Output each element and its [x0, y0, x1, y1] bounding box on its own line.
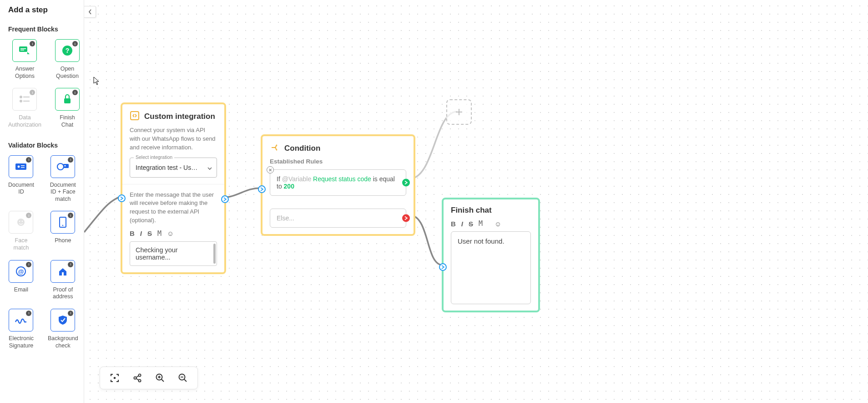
integration-select[interactable]: Select integration Integration test - Us…: [130, 158, 217, 178]
info-icon: i: [68, 262, 73, 267]
else-row[interactable]: Else...: [270, 209, 406, 228]
section-validator-title: Validator Blocks: [8, 142, 76, 149]
block-label: Proof of address: [53, 286, 73, 301]
strike-button[interactable]: S: [469, 220, 473, 228]
svg-rect-25: [131, 112, 139, 120]
svg-point-5: [20, 96, 22, 98]
input-port[interactable]: [118, 194, 126, 202]
rule-var-name: Request status code: [313, 175, 371, 183]
share-button[interactable]: [131, 372, 144, 384]
sidebar: Add a step Frequent Blocks i Answer Opti…: [0, 0, 84, 403]
finish-message-textarea[interactable]: User not found.: [451, 231, 531, 304]
block-answer-options[interactable]: i Answer Options: [8, 39, 41, 80]
emoji-button[interactable]: ☺: [167, 230, 174, 237]
block-face-match[interactable]: i Face match: [8, 211, 34, 251]
node-condition[interactable]: Condition Established Rules ✕ If @Variab…: [261, 134, 415, 236]
info-icon: i: [26, 157, 31, 163]
rule-row[interactable]: ✕ If @Variable Request status code is eq…: [270, 169, 406, 196]
block-label: Phone: [55, 237, 71, 245]
svg-rect-1: [20, 48, 26, 49]
rules-title: Established Rules: [270, 158, 406, 165]
block-label: Document ID: [8, 182, 34, 196]
select-label: Select integration: [134, 154, 174, 160]
block-label: Email: [14, 286, 28, 294]
info-icon: i: [72, 90, 78, 95]
block-email[interactable]: i @ Email: [8, 260, 34, 301]
svg-rect-9: [64, 98, 71, 103]
format-toolbar: B I S M ☺: [451, 219, 531, 228]
svg-rect-10: [15, 163, 26, 170]
document-id-icon: i: [9, 155, 33, 178]
cursor-icon: [93, 77, 100, 86]
finish-message-value: User not found.: [458, 237, 505, 245]
italic-button[interactable]: I: [140, 230, 142, 237]
mono-button[interactable]: M: [157, 230, 161, 238]
block-bg-check[interactable]: i Background check: [48, 309, 78, 349]
input-port[interactable]: [439, 263, 447, 271]
block-open-question[interactable]: i ? Open Question: [55, 39, 80, 80]
svg-text:@: @: [18, 268, 24, 275]
block-document-id[interactable]: i Document ID: [8, 155, 34, 203]
info-icon: i: [26, 213, 31, 218]
flow-canvas[interactable]: Custom integration Connect your system v…: [84, 0, 868, 403]
add-node-placeholder[interactable]: [446, 99, 472, 125]
zoom-out-button[interactable]: [177, 372, 189, 384]
zoom-in-button[interactable]: [154, 372, 167, 384]
info-icon: i: [30, 90, 35, 95]
select-value: Integration test - Us…: [136, 164, 197, 171]
block-label: Data Authorization: [8, 114, 41, 128]
message-textarea[interactable]: Checking your username...: [130, 241, 217, 266]
italic-button[interactable]: I: [461, 220, 463, 228]
doc-face-icon: i: [50, 155, 75, 178]
condition-icon: [270, 143, 280, 154]
bold-button[interactable]: B: [451, 220, 456, 228]
svg-rect-15: [63, 164, 69, 168]
block-signature[interactable]: i Electronic Signature: [8, 309, 34, 349]
bg-check-icon: i: [50, 309, 75, 332]
svg-point-21: [62, 225, 63, 226]
svg-rect-2: [20, 50, 24, 51]
block-data-authorization[interactable]: i Data Authorization: [8, 88, 41, 128]
node-title: Finish chat: [451, 206, 531, 215]
svg-rect-0: [19, 46, 27, 52]
rule-true-port[interactable]: [402, 179, 410, 187]
output-port[interactable]: [221, 195, 229, 203]
block-finish-chat[interactable]: i Finish Chat: [55, 88, 80, 128]
answer-options-icon: i: [12, 39, 37, 62]
info-icon: i: [72, 41, 78, 46]
svg-point-7: [20, 100, 22, 102]
block-label: Electronic Signature: [9, 335, 34, 349]
strike-button[interactable]: S: [147, 230, 152, 237]
proof-address-icon: i: [50, 260, 75, 283]
bold-button[interactable]: B: [130, 230, 135, 237]
rule-else-port[interactable]: [402, 214, 410, 222]
block-phone[interactable]: i Phone: [48, 211, 78, 251]
custom-integration-icon: [130, 111, 140, 122]
svg-rect-13: [21, 167, 25, 168]
collapse-sidebar-button[interactable]: [84, 6, 96, 18]
node-custom-integration[interactable]: Custom integration Connect your system v…: [121, 102, 226, 274]
svg-text:?: ?: [66, 47, 70, 54]
block-label: Document ID + Face match: [50, 182, 76, 203]
else-label: Else...: [277, 214, 294, 222]
finish-chat-icon: i: [55, 88, 80, 111]
svg-point-17: [17, 219, 25, 226]
emoji-button[interactable]: ☺: [495, 220, 501, 228]
info-icon: i: [30, 41, 35, 46]
section-frequent-title: Frequent Blocks: [8, 26, 76, 33]
rule-var-prefix: @Variable: [282, 175, 312, 183]
fit-screen-button[interactable]: [108, 372, 121, 384]
svg-point-16: [65, 165, 66, 166]
node-finish-chat[interactable]: Finish chat B I S M ☺ User not found.: [442, 198, 540, 312]
svg-point-19: [22, 221, 23, 222]
info-icon: i: [26, 311, 31, 316]
block-doc-face[interactable]: i Document ID + Face match: [48, 155, 78, 203]
block-proof-address[interactable]: i Proof of address: [48, 260, 78, 301]
svg-rect-6: [23, 97, 30, 97]
mono-button[interactable]: M: [479, 219, 483, 228]
scrollbar-thumb[interactable]: [213, 244, 216, 264]
block-label: Face match: [13, 237, 29, 251]
block-label: Background check: [48, 335, 78, 349]
input-port[interactable]: [258, 185, 266, 193]
remove-rule-button[interactable]: ✕: [267, 166, 274, 173]
